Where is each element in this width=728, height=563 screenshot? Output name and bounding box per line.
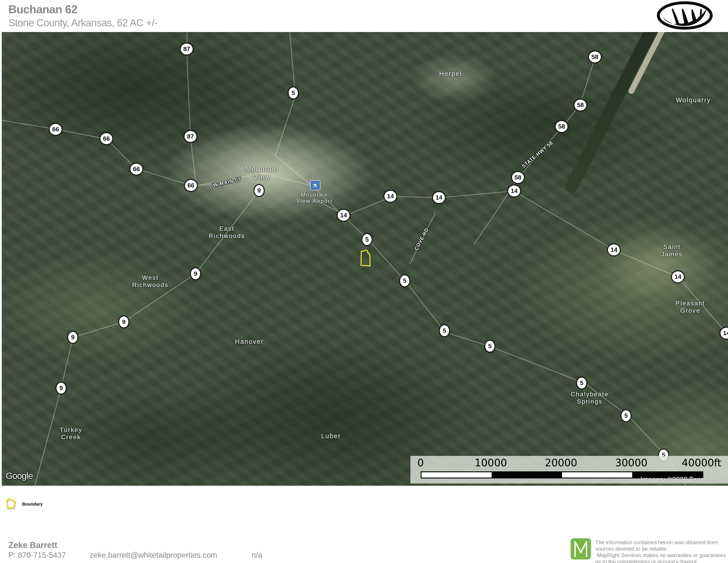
disclaimer-line: The information contained herein was obt… [595,539,728,546]
scale-tick-40000ft: 40000ft [682,457,721,470]
highway-shield-66: 66 [49,123,62,136]
highway-shield-66: 66 [130,163,143,175]
agent-phone: P: 870-715-5437 [8,551,66,559]
highway-shield-87: 87 [180,43,194,55]
agent-email[interactable]: zeke.barrett@whitetailproperties.com [90,551,217,559]
place-label-line: Saint [661,243,683,250]
highway-shield-9: 9 [190,267,201,280]
place-label-line: West [132,274,168,281]
place-label-line: Richwoods [132,281,168,289]
highway-shield-58: 58 [574,99,587,111]
highway-shield-14: 14 [384,190,397,203]
place-label-line: Mountain [296,192,333,198]
highway-shield-14: 14 [671,270,685,283]
boundary-legend-label: Boundary [22,502,43,507]
scale-tick-10000: 10000 [475,457,507,470]
highway-shield-5: 5 [288,86,299,99]
whitetail-antler-logo-icon [656,1,714,30]
airport-icon: ✈ [310,180,320,190]
highway-shield-5: 5 [484,340,495,353]
place-label-saint-james: SaintJames [661,243,683,258]
place-label-line: Wolquarry [676,96,711,104]
place-label-line: Hanover [235,338,264,345]
satellite-map[interactable]: ✈ 87875555555599999585858586666666614141… [2,32,728,486]
place-label-line: Herpel [439,70,462,77]
highway-shield-5: 5 [361,233,372,246]
place-label-herpel: Herpel [439,70,462,77]
page-subtitle: Stone County, Arkansas, 62 AC +/- [8,17,158,29]
highway-shield-66: 66 [184,179,198,192]
place-label-line: Creek [60,433,83,441]
highway-shield-5: 5 [399,274,410,287]
place-label-turkey-creek: TurkeyCreek [60,426,83,441]
highway-shield-5: 5 [576,377,587,390]
scale-segment [421,472,492,478]
highway-shield-58: 58 [555,120,568,133]
place-label-hanover: Hanover [235,338,264,345]
highway-shield-9: 9 [56,382,67,395]
page-title: Buchanan 62 [8,3,77,16]
property-map-report: Buchanan 62 Stone County, Arkansas, 62 A… [0,0,728,563]
place-label-line: Richwoods [209,232,245,239]
place-label-line: Luber [321,432,341,440]
highway-shield-58: 58 [588,51,602,63]
highway-shield-5: 5 [439,324,450,337]
place-label-pleasant-grove: PleasantGrove [676,300,705,314]
google-logo: Google [6,471,33,481]
disclaimer-text: The information contained herein was obt… [595,539,728,563]
highway-shield-14: 14 [432,191,446,204]
boundary-legend-icon [5,498,16,509]
highway-shield-14: 14 [337,209,350,222]
mapright-logo-icon [571,538,591,559]
highway-shield-87: 87 [184,130,197,143]
place-label-luber: Luber [321,432,341,440]
place-label-mountain-view: MountainView [245,165,279,181]
disclaimer-line: as to the completeness or accuracy there… [595,558,728,563]
highway-shield-66: 66 [100,132,113,145]
place-label-east-richwoods: EastRichwoods [209,225,245,239]
agent-name: Zeke Barrett [8,540,57,550]
place-label-line: Mountain [245,165,279,173]
scale-panel: 010000200003000040000ft Imagery ©2022 Te… [410,456,728,484]
scale-tick-20000: 20000 [545,457,577,470]
scale-segment [492,472,562,478]
place-label-line: Pleasant [676,300,705,307]
place-label-line: Chalybeate [571,391,609,398]
place-label-mountain-view-airport: MountainView Airport [296,192,333,204]
disclaimer-line: MapRight Services makes no warranties or… [595,552,728,558]
scale-tick-0: 0 [417,457,424,470]
place-label-line: View [245,173,279,181]
place-label-line: East [209,225,245,232]
agent-extra: n/a [252,551,262,559]
highway-shield-14: 14 [507,184,521,197]
highway-shield-9: 9 [118,316,129,328]
place-label-wolquarry: Wolquarry [676,96,711,104]
disclaimer-line: sources deemed to be reliable. [595,546,728,552]
place-label-line: View Airport [296,198,333,204]
place-label-line: Turkey [60,426,83,433]
airplane-glyph: ✈ [311,180,320,190]
place-label-chalybeate-springs: ChalybeateSprings [571,391,609,405]
highway-shield-9: 9 [67,331,78,344]
highway-shield-5: 5 [621,409,632,422]
scale-tick-30000: 30000 [615,457,647,470]
property-boundary-polygon[interactable] [360,249,373,269]
highway-shield-9: 9 [254,184,265,197]
place-label-line: Springs [571,398,609,405]
imagery-attribution: Imagery ©2022 TerraMetrics [640,476,727,484]
place-label-line: Grove [676,307,705,314]
highway-shield-14: 14 [607,243,621,256]
scale-segment [562,472,632,478]
place-label-west-richwoods: WestRichwoods [132,274,168,289]
place-label-line: James [661,250,683,258]
highway-shield-58: 58 [511,171,525,184]
